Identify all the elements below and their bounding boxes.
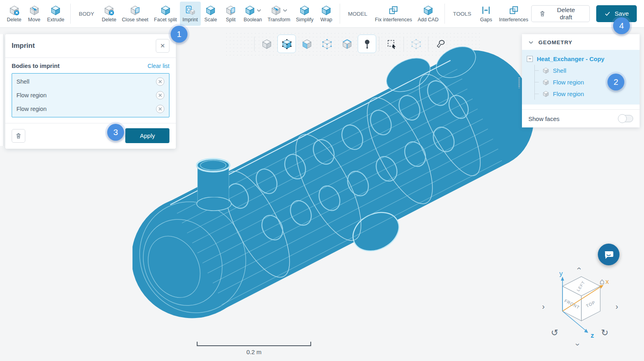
box-select-button[interactable] <box>382 35 401 53</box>
select-bodies-button[interactable] <box>257 35 276 53</box>
interferences-icon <box>508 5 519 16</box>
rotate-down-chevron[interactable]: › <box>574 343 582 346</box>
select-faces-button[interactable] <box>298 35 316 53</box>
navcube-y-axis-label: y <box>559 270 563 277</box>
select-volumes-button[interactable] <box>277 35 296 53</box>
body-cube-icon <box>542 79 549 86</box>
body-list-item[interactable]: Flow region <box>12 88 169 102</box>
fix-interferences-icon <box>388 5 399 16</box>
measure-icon <box>435 39 446 49</box>
tree-item-flow-region[interactable]: Flow region <box>535 88 640 100</box>
transform-handles-button[interactable] <box>407 35 425 53</box>
chat-support-button[interactable] <box>598 244 620 265</box>
bodies-to-imprint-label: Bodies to imprint <box>12 63 59 69</box>
toolbar-interferences-button[interactable]: Interferences <box>496 2 531 26</box>
toolbar-transform-button[interactable]: Transform <box>265 2 293 26</box>
rotate-up-chevron[interactable]: › <box>574 267 582 270</box>
rotate-left-chevron[interactable]: › <box>542 302 545 310</box>
toolbar-scale-button[interactable]: Scale <box>201 2 221 26</box>
geometry-panel-resize-handle[interactable] <box>518 78 520 88</box>
navcube-x-axis-label: x <box>605 278 609 285</box>
heat-exchanger-model[interactable] <box>132 32 590 354</box>
toolbar-boolean-button[interactable]: Boolean <box>241 2 265 26</box>
toolbar-divider <box>70 4 71 24</box>
clear-list-link[interactable]: Clear list <box>148 63 169 69</box>
toggle-knob <box>618 114 627 123</box>
remove-body-button[interactable] <box>156 77 165 86</box>
home-view-icon[interactable]: ⌂ <box>599 277 605 285</box>
box-select-icon <box>386 39 397 49</box>
toolbar-group-body-label: BODY <box>79 11 94 17</box>
points-cube-icon <box>322 39 332 49</box>
toolbar-divider <box>340 4 340 24</box>
transform-cube-icon <box>271 5 287 16</box>
navcube-z-axis-label: z <box>591 332 594 339</box>
divider <box>254 37 255 51</box>
toolbar-facet-split-button[interactable]: Facet split <box>151 2 180 26</box>
toolbar-imprint-button[interactable]: Imprint <box>180 2 201 26</box>
select-points-button[interactable] <box>318 35 336 53</box>
trash-icon <box>539 10 546 17</box>
toolbar-group-tools-label: TOOLS <box>453 11 471 17</box>
tree-root-heat-exchanger[interactable]: − Heat_Exchanger - Copy <box>522 53 640 65</box>
toolbar-split-button[interactable]: Split <box>221 2 241 26</box>
toolbar-delete-button[interactable]: Delete <box>4 2 24 26</box>
tree-connector <box>535 94 539 94</box>
viewport-selection-toolbar <box>252 35 450 53</box>
show-faces-label: Show faces <box>528 115 560 122</box>
imprint-dialog-header: Imprint ✕ <box>5 34 176 58</box>
bodies-listbox[interactable]: Shell Flow region Flow region <box>12 73 169 117</box>
toolbar-add-cad-button[interactable]: Add CAD <box>415 2 441 26</box>
delete-draft-button[interactable]: Delete draft <box>531 5 590 22</box>
imprint-delete-operation-button[interactable] <box>12 129 25 143</box>
remove-body-button[interactable] <box>156 91 165 100</box>
extrude-cube-icon <box>50 5 61 16</box>
apply-button[interactable]: Apply <box>125 128 169 143</box>
transform-cube-icon <box>411 39 422 49</box>
left-panel-collapsed-strip[interactable] <box>0 34 4 146</box>
toolbar-wrap-button[interactable]: Wrap <box>316 2 336 26</box>
circle-x-icon <box>156 77 165 86</box>
scale-cube-icon <box>205 5 216 16</box>
scale-bar <box>197 343 311 346</box>
move-cube-icon <box>29 5 40 16</box>
tree-item-shell[interactable]: Shell <box>535 65 640 76</box>
annotation-badge-3: 3 <box>107 124 124 141</box>
annotation-badge-4: 4 <box>613 17 630 34</box>
divider <box>379 37 379 51</box>
toolbar-close-sheet-button[interactable]: Close sheet <box>119 2 151 26</box>
body-cube-icon <box>542 90 549 97</box>
show-faces-toggle[interactable] <box>619 115 633 122</box>
roll-ccw-icon[interactable]: ↺ <box>551 328 558 337</box>
collapse-toggle[interactable]: − <box>527 56 533 62</box>
facet-split-cube-icon <box>160 5 171 16</box>
chat-bubble-icon <box>603 249 614 260</box>
body-list-item[interactable]: Flow region <box>12 102 169 116</box>
imprint-close-button[interactable]: ✕ <box>156 39 169 53</box>
probe-point-button[interactable] <box>358 35 376 53</box>
measure-button[interactable] <box>431 35 450 53</box>
rotate-right-chevron[interactable]: › <box>615 302 618 310</box>
toolbar-fix-interferences-button[interactable]: Fix interferences <box>372 2 415 26</box>
close-sheet-icon <box>130 5 141 16</box>
scale-bar-label: 0.2 m <box>197 349 311 355</box>
imprint-dialog-title: Imprint <box>12 42 35 50</box>
toolbar-divider <box>444 4 445 24</box>
volume-cube-icon <box>281 39 292 49</box>
toolbar-gaps-button[interactable]: Gaps <box>476 2 496 26</box>
toolbar-move-button[interactable]: Move <box>24 2 44 26</box>
delete-cube-icon <box>104 5 114 16</box>
imprint-icon <box>185 5 196 16</box>
toolbar-simplify-button[interactable]: Simplify <box>293 2 316 26</box>
trash-icon <box>15 132 22 139</box>
toolbar-body-delete-button[interactable]: Delete <box>99 2 119 26</box>
geometry-panel-header[interactable]: GEOMETRY <box>522 34 640 50</box>
roll-cw-icon[interactable]: ↻ <box>601 328 608 337</box>
simplify-cube-icon <box>299 5 310 16</box>
add-cad-icon <box>423 5 434 16</box>
select-edges-button[interactable] <box>338 35 356 53</box>
body-list-item[interactable]: Shell <box>12 75 169 88</box>
remove-body-button[interactable] <box>156 105 165 113</box>
toolbar-extrude-button[interactable]: Extrude <box>44 2 67 26</box>
top-toolbar: Delete Move Extrude BODY Delete Close sh… <box>0 0 644 28</box>
